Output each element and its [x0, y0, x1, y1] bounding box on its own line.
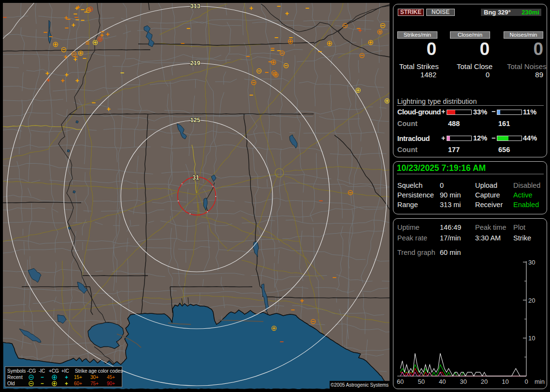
svg-text:10: 10: [502, 378, 508, 385]
svg-text:50: 50: [418, 378, 425, 385]
svg-text:20: 20: [528, 297, 535, 304]
svg-text:30: 30: [528, 259, 535, 266]
svg-text:125: 125: [190, 117, 201, 124]
svg-text:20: 20: [481, 378, 488, 385]
svg-text:30: 30: [460, 378, 466, 385]
svg-text:0: 0: [524, 378, 528, 385]
svg-text:40: 40: [439, 378, 446, 385]
svg-text:313: 313: [190, 3, 201, 10]
svg-text:10: 10: [528, 335, 535, 342]
svg-text:31: 31: [192, 174, 199, 181]
svg-text:219: 219: [190, 60, 201, 67]
svg-text:min: min: [535, 378, 545, 385]
svg-text:60: 60: [397, 378, 404, 385]
